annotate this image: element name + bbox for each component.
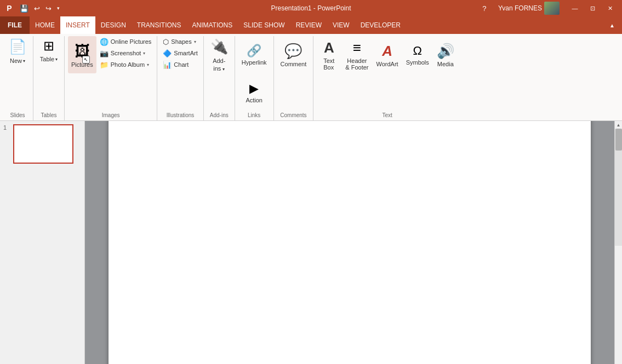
new-slide-bottom[interactable]: New ▾ (5, 56, 30, 65)
main-area: 1 ▲ ▲ ▼ ▼ (0, 121, 622, 364)
ribbon-group-tables-label: Tables (37, 112, 61, 119)
restore-button[interactable]: ⊡ (585, 3, 600, 14)
media-button[interactable]: 🔊 Media (433, 36, 458, 73)
ribbon-group-links-label: Links (238, 112, 270, 119)
hyperlink-button[interactable]: 🔗 Hyperlink (238, 36, 270, 73)
scroll-thumb[interactable] (615, 129, 622, 151)
action-button[interactable]: ▶ Action (238, 74, 270, 111)
hyperlink-label: Hyperlink (242, 59, 267, 66)
menu-developer[interactable]: DEVELOPER (355, 16, 406, 34)
symbols-label: Symbols (406, 59, 429, 66)
wordart-icon: A (382, 43, 392, 60)
comment-button[interactable]: 💬 Comment (277, 36, 310, 73)
ribbon-group-text: A TextBox ≡ Header& Footer A WordArt Ω S… (313, 36, 461, 120)
photo-album-icon: 📁 (100, 61, 109, 69)
slide-thumbnail-1[interactable]: 1 (3, 124, 81, 164)
table-icon: ⊞ (43, 38, 54, 54)
table-top[interactable]: ⊞ (37, 36, 61, 55)
wordart-button[interactable]: A WordArt (373, 36, 401, 73)
hyperlink-icon: 🔗 (247, 44, 261, 58)
online-pictures-label: Online Pictures (111, 38, 152, 45)
wordart-label: WordArt (376, 61, 398, 67)
title-bar: P 💾 ↩ ↪ ▾ Presentation1 - PowerPoint ? Y… (0, 0, 622, 16)
online-pictures-button[interactable]: 🌐 Online Pictures (98, 36, 154, 47)
addins-button[interactable]: 🔌 Add- ins ▾ (207, 36, 231, 72)
ribbon-collapse-btn[interactable]: ▲ (604, 20, 620, 31)
action-label: Action (246, 97, 263, 103)
menu-transitions[interactable]: TRANSITIONS (132, 16, 187, 34)
ribbon-group-illustrations-label: Illustrations (161, 112, 199, 119)
menu-animations[interactable]: ANIMATIONS (186, 16, 238, 34)
menu-home[interactable]: HOME (30, 16, 60, 34)
help-icon[interactable]: ? (480, 3, 489, 13)
slide-thumb-image-1[interactable] (13, 124, 73, 164)
pictures-button[interactable]: 🖼 Pictures ↖ (68, 36, 96, 73)
links-col: 🔗 Hyperlink ▶ Action (238, 36, 270, 111)
menu-insert[interactable]: INSERT (60, 16, 95, 34)
title-bar-right: ? Yvan FORNES — ⊡ ✕ (480, 2, 618, 15)
photo-album-label: Photo Album (111, 61, 145, 68)
ribbon: 📄 New ▾ Slides ⊞ Table (0, 34, 622, 121)
textbox-button[interactable]: A TextBox (317, 36, 341, 73)
comment-icon: 💬 (284, 43, 302, 60)
slide-canvas[interactable] (109, 121, 591, 364)
quick-access-toolbar: 💾 ↩ ↪ ▾ (18, 3, 62, 14)
smartart-button[interactable]: 🔷 SmartArt (161, 48, 199, 59)
qat-undo[interactable]: ↩ (32, 3, 42, 14)
table-button[interactable]: ⊞ Table ▾ (37, 36, 61, 63)
symbols-button[interactable]: Ω Symbols (403, 36, 432, 73)
ribbon-group-slides: 📄 New ▾ Slides (2, 36, 33, 120)
close-button[interactable]: ✕ (602, 3, 618, 14)
menu-slide-show[interactable]: SLIDE SHOW (238, 16, 290, 34)
right-scrollbar[interactable]: ▲ ▲ ▼ ▼ (614, 121, 622, 364)
minimize-button[interactable]: — (567, 3, 583, 14)
screenshot-icon: 📷 (100, 49, 109, 57)
addins-top[interactable]: 🔌 (207, 36, 231, 56)
canvas-area[interactable] (85, 121, 614, 364)
text-small-col: Ω Symbols (403, 36, 432, 73)
ribbon-group-illustrations: ⬡ Shapes ▾ 🔷 SmartArt 📊 Chart Illustrati… (157, 36, 203, 120)
photo-album-button[interactable]: 📁 Photo Album ▾ (98, 59, 154, 70)
addins-label2: ins ▾ (213, 65, 225, 72)
new-slide-top[interactable]: 📄 (5, 36, 30, 56)
ribbon-group-comments: 💬 Comment Comments (274, 36, 314, 120)
ribbon-group-images-label: Images (68, 112, 153, 119)
ribbon-group-addins: 🔌 Add- ins ▾ Add-ins (204, 36, 235, 120)
ribbon-group-comments-label: Comments (277, 112, 310, 119)
qat-save[interactable]: 💾 (18, 3, 31, 14)
cursor-overlay: ↖ (82, 56, 90, 63)
qat-redo[interactable]: ↪ (43, 3, 54, 14)
ribbon-group-text-label: Text (317, 112, 458, 119)
menu-view[interactable]: VIEW (327, 16, 355, 34)
media-label: Media (437, 61, 454, 67)
addins-bottom[interactable]: Add- (207, 56, 231, 65)
chart-icon: 📊 (163, 61, 172, 69)
online-pictures-icon: 🌐 (100, 38, 109, 46)
screenshot-button[interactable]: 📷 Screenshot ▾ (98, 48, 154, 59)
chart-button[interactable]: 📊 Chart (161, 59, 199, 70)
header-footer-button[interactable]: ≡ Header& Footer (342, 36, 372, 73)
scroll-track[interactable] (615, 129, 623, 246)
ribbon-group-links: 🔗 Hyperlink ▶ Action Links (235, 36, 274, 120)
new-slide-icon: 📄 (9, 38, 26, 55)
menu-review[interactable]: REVIEW (290, 16, 327, 34)
slide-panel[interactable]: 1 (0, 121, 85, 364)
ribbon-group-addins-label: Add-ins (207, 112, 231, 119)
textbox-icon: A (324, 39, 334, 56)
shapes-button[interactable]: ⬡ Shapes ▾ (161, 36, 199, 47)
user-info[interactable]: Yvan FORNES (498, 2, 560, 15)
new-slide-button[interactable]: 📄 New ▾ (5, 36, 30, 65)
ribbon-group-links-content: 🔗 Hyperlink ▶ Action (238, 36, 270, 111)
illustrations-col: ⬡ Shapes ▾ 🔷 SmartArt 📊 Chart (161, 36, 199, 70)
symbols-icon: Ω (413, 44, 421, 58)
ribbon-group-images: 🖼 Pictures ↖ 🌐 Online Pictures 📷 Screens… (65, 36, 157, 120)
photo-album-arrow: ▾ (147, 62, 149, 67)
menu-design[interactable]: DESIGN (95, 16, 132, 34)
qat-customize[interactable]: ▾ (55, 4, 62, 12)
menu-file[interactable]: FILE (0, 16, 30, 34)
scroll-up-button[interactable]: ▲ (615, 121, 623, 129)
user-avatar (544, 2, 560, 15)
title-bar-left: P 💾 ↩ ↪ ▾ (4, 3, 62, 14)
screenshot-arrow: ▾ (143, 51, 145, 56)
table-bottom[interactable]: Table ▾ (37, 55, 61, 63)
